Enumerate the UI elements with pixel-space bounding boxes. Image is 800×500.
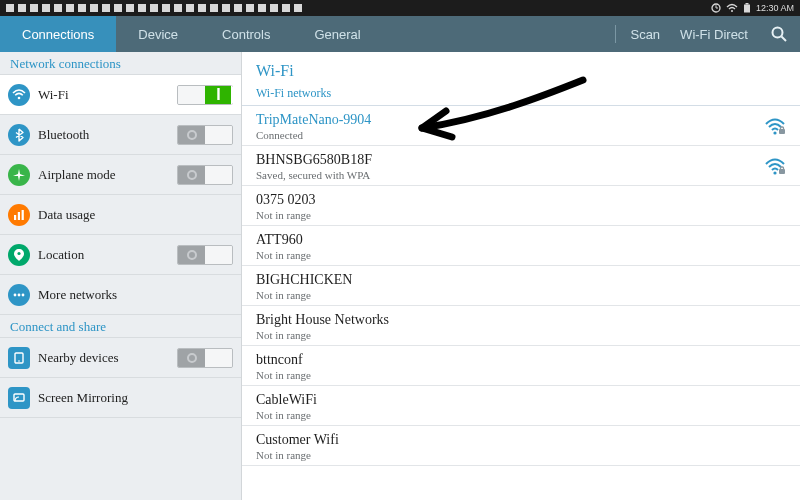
network-ssid: BHNSBG6580B18F: [256, 152, 764, 168]
tab-device[interactable]: Device: [116, 16, 200, 52]
svg-rect-3: [42, 4, 50, 12]
svg-rect-12: [150, 4, 158, 12]
svg-rect-19: [234, 4, 242, 12]
network-item[interactable]: bttnconf Not in range: [242, 346, 800, 386]
svg-rect-11: [138, 4, 146, 12]
panel-subtitle: Wi-Fi networks: [242, 86, 800, 106]
sidebar-item-morenetworks[interactable]: More networks: [0, 275, 241, 315]
wifi-status-icon: [726, 3, 738, 13]
tab-connections[interactable]: Connections: [0, 16, 116, 52]
search-button[interactable]: [758, 16, 800, 52]
network-ssid: 0375 0203: [256, 192, 786, 208]
svg-rect-14: [174, 4, 182, 12]
network-status: Not in range: [256, 449, 786, 461]
svg-line-32: [782, 37, 787, 42]
network-item[interactable]: 0375 0203 Not in range: [242, 186, 800, 226]
sidebar-item-wifi[interactable]: Wi-Fi I: [0, 75, 241, 115]
network-ssid: ATT960: [256, 232, 786, 248]
svg-rect-21: [258, 4, 266, 12]
network-ssid: BIGHCHICKEN: [256, 272, 786, 288]
svg-rect-15: [186, 4, 194, 12]
section-connect-share: Connect and share: [0, 315, 241, 338]
sidebar-item-label: Wi-Fi: [38, 87, 177, 103]
tab-general-label: General: [314, 27, 360, 42]
more-icon: [8, 284, 30, 306]
wifi-direct-button[interactable]: Wi-Fi Direct: [670, 16, 758, 52]
sidebar-item-nearby[interactable]: Nearby devices: [0, 338, 241, 378]
status-time: 12:30 AM: [756, 3, 794, 13]
sidebar-item-label: Airplane mode: [38, 167, 177, 183]
tab-controls[interactable]: Controls: [200, 16, 292, 52]
sidebar-item-datausage[interactable]: Data usage: [0, 195, 241, 235]
svg-point-47: [773, 171, 776, 174]
tab-connections-label: Connections: [22, 27, 94, 42]
svg-point-37: [17, 251, 20, 254]
tab-general[interactable]: General: [292, 16, 382, 52]
network-status: Connected: [256, 129, 764, 141]
wifi-toggle[interactable]: I: [177, 85, 233, 105]
android-status-bar: 12:30 AM: [0, 0, 800, 16]
svg-rect-6: [78, 4, 86, 12]
scan-button[interactable]: Scan: [620, 16, 670, 52]
wifi-icon: [8, 84, 30, 106]
sidebar-item-mirroring[interactable]: Screen Mirroring: [0, 378, 241, 418]
network-item[interactable]: BIGHCHICKEN Not in range: [242, 266, 800, 306]
bluetooth-toggle[interactable]: [177, 125, 233, 145]
network-item[interactable]: BHNSBG6580B18F Saved, secured with WPA: [242, 146, 800, 186]
network-item[interactable]: CableWiFi Not in range: [242, 386, 800, 426]
network-item[interactable]: Customer Wifi Not in range: [242, 426, 800, 466]
svg-point-39: [18, 293, 21, 296]
svg-rect-49: [781, 167, 784, 170]
svg-point-42: [18, 360, 20, 362]
svg-rect-1: [18, 4, 26, 12]
mirroring-icon: [8, 387, 30, 409]
tab-device-label: Device: [138, 27, 178, 42]
panel-title: Wi-Fi: [242, 52, 800, 86]
scan-label: Scan: [630, 27, 660, 42]
svg-rect-0: [6, 4, 14, 12]
airplane-toggle[interactable]: [177, 165, 233, 185]
network-ssid: Bright House Networks: [256, 312, 786, 328]
network-item[interactable]: Bright House Networks Not in range: [242, 306, 800, 346]
svg-rect-34: [14, 215, 16, 220]
svg-point-40: [22, 293, 25, 296]
svg-rect-5: [66, 4, 74, 12]
network-status: Not in range: [256, 249, 786, 261]
nearby-icon: [8, 347, 30, 369]
svg-point-28: [731, 10, 733, 12]
network-status: Not in range: [256, 409, 786, 421]
svg-rect-46: [781, 127, 784, 130]
svg-rect-20: [246, 4, 254, 12]
network-status: Not in range: [256, 289, 786, 301]
sidebar-item-label: More networks: [38, 287, 233, 303]
network-item[interactable]: TripMateNano-9904 Connected: [242, 106, 800, 146]
svg-rect-16: [198, 4, 206, 12]
wifi-panel: Wi-Fi Wi-Fi networks TripMateNano-9904 C…: [242, 52, 800, 500]
network-status: Not in range: [256, 209, 786, 221]
nearby-toggle[interactable]: [177, 348, 233, 368]
network-item[interactable]: ATT960 Not in range: [242, 226, 800, 266]
svg-point-44: [773, 131, 776, 134]
svg-rect-36: [22, 210, 24, 220]
svg-rect-24: [294, 4, 302, 12]
svg-rect-35: [18, 212, 20, 220]
network-ssid: Customer Wifi: [256, 432, 786, 448]
status-right: 12:30 AM: [711, 3, 794, 13]
sidebar-item-airplane[interactable]: Airplane mode: [0, 155, 241, 195]
network-status: Not in range: [256, 329, 786, 341]
svg-rect-9: [114, 4, 122, 12]
svg-rect-8: [102, 4, 110, 12]
svg-rect-10: [126, 4, 134, 12]
location-toggle[interactable]: [177, 245, 233, 265]
airplane-icon: [8, 164, 30, 186]
sidebar-item-location[interactable]: Location: [0, 235, 241, 275]
svg-rect-18: [222, 4, 230, 12]
sidebar-item-label: Bluetooth: [38, 127, 177, 143]
svg-rect-22: [270, 4, 278, 12]
svg-point-38: [14, 293, 17, 296]
sidebar-item-bluetooth[interactable]: Bluetooth: [0, 115, 241, 155]
status-notif-icons: [6, 3, 306, 13]
network-ssid: CableWiFi: [256, 392, 786, 408]
network-status: Not in range: [256, 369, 786, 381]
datausage-icon: [8, 204, 30, 226]
